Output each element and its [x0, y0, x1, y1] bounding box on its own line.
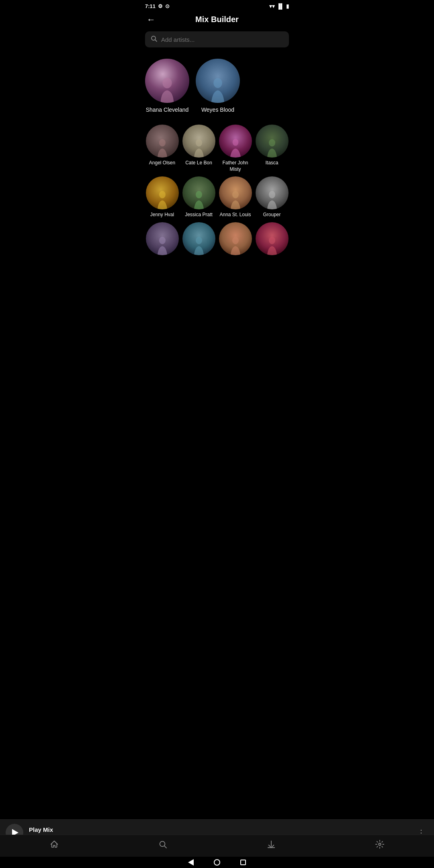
avatar-jessica-pratt [182, 176, 215, 209]
artist-item-unknown2[interactable] [182, 222, 216, 258]
wifi-icon: ▾▾ [269, 3, 275, 9]
battery-icon: ▮ [286, 3, 289, 9]
avatar-shana-cleveland [145, 59, 189, 103]
artist-search-input[interactable] [161, 36, 283, 43]
avatar-unknown3 [219, 222, 252, 255]
artist-item-angel-olsen[interactable]: Angel Olsen [145, 125, 179, 172]
svg-point-3 [213, 78, 222, 88]
status-right: ▾▾ ▐▌ ▮ [269, 3, 289, 9]
search-bar[interactable] [145, 31, 289, 47]
artist-name-itasca: Itasca [265, 160, 278, 166]
svg-point-11 [269, 191, 275, 198]
status-bar: 7:11 ⚙ ⊙ ▾▾ ▐▌ ▮ [139, 0, 295, 11]
suggested-artists-section: Angel Olsen Cate Le Bon [139, 121, 295, 264]
svg-line-1 [155, 40, 157, 41]
avatar-grouper [256, 176, 289, 209]
avatar-itasca [256, 125, 289, 158]
back-button[interactable]: ← [145, 13, 157, 27]
artist-item-itasca[interactable]: Itasca [255, 125, 289, 172]
artist-item-jenny-hval[interactable]: Jenny Hval [145, 176, 179, 218]
svg-point-8 [159, 191, 166, 198]
artist-name-shana-cleveland: Shana Cleveland [146, 106, 189, 113]
svg-point-6 [232, 139, 238, 145]
suggestion-grid: Angel Olsen Cate Le Bon [143, 123, 291, 262]
artist-item-anna-st-louis[interactable]: Anna St. Louis [218, 176, 252, 218]
circle-arrows-icon: ⊙ [165, 3, 170, 9]
artist-item-jessica-pratt[interactable]: Jessica Pratt [182, 176, 216, 218]
avatar-cate-le-bon [182, 125, 215, 158]
artist-name-weyes-blood: Weyes Blood [201, 106, 234, 113]
svg-point-14 [232, 237, 239, 244]
artist-item-weyes-blood[interactable]: Weyes Blood [196, 59, 240, 113]
avatar-unknown2 [182, 222, 215, 255]
artist-name-cate-le-bon: Cate Le Bon [185, 160, 212, 166]
artist-item-unknown3[interactable] [218, 222, 252, 258]
settings-icon: ⚙ [158, 3, 163, 9]
artist-name-grouper: Grouper [263, 212, 280, 218]
svg-point-15 [269, 237, 275, 244]
top-artists-list: Shana Cleveland Weyes Blood [143, 55, 291, 120]
header: ← Mix Builder [139, 11, 295, 30]
avatar-unknown4 [256, 222, 289, 255]
svg-point-12 [159, 237, 166, 244]
avatar-anna-st-louis [219, 176, 252, 209]
search-icon [151, 35, 157, 43]
svg-point-10 [232, 191, 239, 198]
avatar-unknown1 [146, 222, 179, 255]
artist-name-anna-st-louis: Anna St. Louis [219, 212, 251, 218]
page-title: Mix Builder [195, 15, 239, 24]
artist-item-father-john-misty[interactable]: Father John Misty [218, 125, 252, 172]
svg-point-7 [269, 139, 275, 146]
artist-name-angel-olsen: Angel Olsen [149, 160, 175, 166]
svg-point-5 [196, 139, 202, 146]
avatar-father-john-misty [219, 125, 252, 158]
svg-point-4 [159, 139, 166, 146]
svg-point-2 [162, 78, 172, 88]
main-content: Shana Cleveland Weyes Blood [139, 54, 295, 312]
artist-name-jenny-hval: Jenny Hval [150, 212, 174, 218]
signal-icon: ▐▌ [277, 3, 284, 9]
svg-point-13 [196, 237, 202, 244]
status-left: 7:11 ⚙ ⊙ [145, 3, 170, 9]
avatar-weyes-blood [196, 59, 240, 103]
artist-name-jessica-pratt: Jessica Pratt [185, 212, 213, 218]
artist-item-unknown1[interactable] [145, 222, 179, 258]
artist-item-unknown4[interactable] [255, 222, 289, 258]
artist-name-father-john-misty: Father John Misty [219, 160, 252, 172]
status-time: 7:11 [145, 3, 156, 9]
artist-item-cate-le-bon[interactable]: Cate Le Bon [182, 125, 216, 172]
avatar-angel-olsen [146, 125, 179, 158]
artist-item-grouper[interactable]: Grouper [255, 176, 289, 218]
artist-item-shana-cleveland[interactable]: Shana Cleveland [145, 59, 189, 113]
selected-artists-section: Shana Cleveland Weyes Blood [139, 54, 295, 121]
svg-point-9 [196, 191, 202, 198]
avatar-jenny-hval [146, 176, 179, 209]
